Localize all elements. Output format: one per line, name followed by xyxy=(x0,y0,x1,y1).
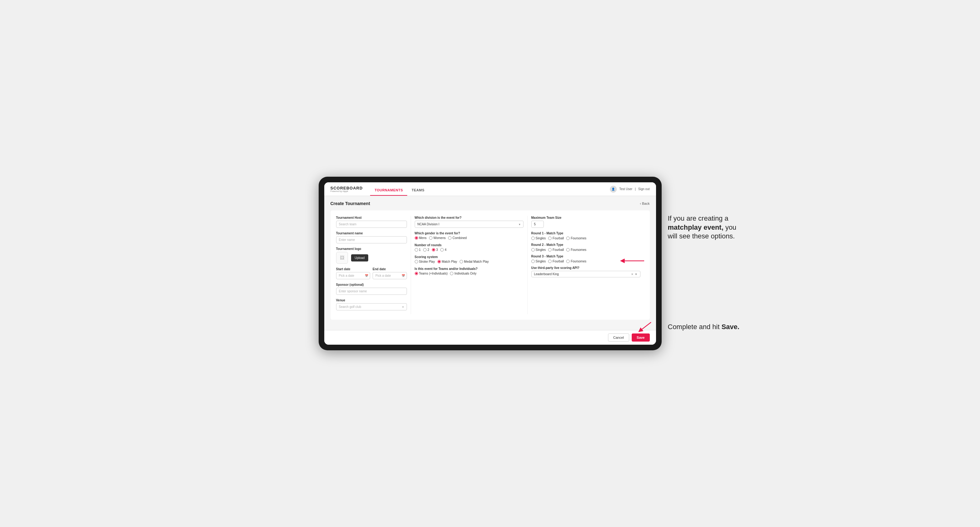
round3-singles-label: Singles xyxy=(536,260,546,263)
round3-foursomes[interactable]: Foursomes xyxy=(566,260,586,263)
max-team-size-label: Maximum Team Size xyxy=(531,216,640,219)
tournament-name-group: Tournament name xyxy=(336,232,407,243)
calendar-icon-start: 📅 xyxy=(365,274,368,277)
round1-match-group: Round 1 - Match Type Singles Fourball xyxy=(531,232,640,240)
round-3[interactable]: 3 xyxy=(432,248,438,251)
round3-foursomes-label: Foursomes xyxy=(571,260,586,263)
scoring-medal-radio[interactable] xyxy=(460,260,463,264)
round1-foursomes-radio[interactable] xyxy=(566,237,570,240)
venue-wrapper: ▼ xyxy=(336,303,407,310)
round3-singles-radio[interactable] xyxy=(531,260,535,263)
round2-singles-radio[interactable] xyxy=(531,248,535,251)
api-select-wrapper[interactable]: Leaderboard King ✕ ▼ xyxy=(531,271,640,277)
scoring-match[interactable]: Match Play xyxy=(438,260,457,264)
logo-upload-area: 🖼 Upload xyxy=(336,252,407,264)
gender-womens-radio[interactable] xyxy=(429,236,433,240)
round3-fourball-radio[interactable] xyxy=(548,260,552,263)
round-4-radio[interactable] xyxy=(440,248,444,251)
gender-mens-label: Mens xyxy=(419,236,426,240)
round1-fourball-label: Fourball xyxy=(552,237,564,240)
max-team-size-group: Maximum Team Size xyxy=(531,216,640,228)
teams-group: Is this event for Teams and/or Individua… xyxy=(415,267,523,275)
round-3-label: 3 xyxy=(436,248,438,251)
gender-womens[interactable]: Womens xyxy=(429,236,445,240)
save-button[interactable]: Save xyxy=(632,333,650,341)
scoring-medal[interactable]: Medal Match Play xyxy=(460,260,488,264)
round2-fourball[interactable]: Fourball xyxy=(548,248,564,251)
round-3-radio[interactable] xyxy=(432,248,435,251)
avatar: 👤 xyxy=(610,186,617,193)
round2-singles[interactable]: Singles xyxy=(531,248,546,251)
round1-foursomes-label: Foursomes xyxy=(571,237,586,240)
gender-combined-label: Combined xyxy=(452,236,467,240)
gender-mens[interactable]: Mens xyxy=(415,236,426,240)
round1-singles-radio[interactable] xyxy=(531,237,535,240)
rounds-label: Number of rounds xyxy=(415,243,523,247)
round1-match-radio-group: Singles Fourball Foursomes xyxy=(531,237,640,240)
round2-fourball-radio[interactable] xyxy=(548,248,552,251)
back-link[interactable]: Back xyxy=(640,202,649,205)
svg-line-3 xyxy=(640,322,651,331)
scoring-group: Scoring system Stroke Play Match Play xyxy=(415,255,523,264)
teams-both-radio[interactable] xyxy=(415,272,418,275)
gender-combined-radio[interactable] xyxy=(448,236,452,240)
round2-foursomes-radio[interactable] xyxy=(566,248,570,251)
date-row: Start date 📅 End date xyxy=(336,267,407,279)
gender-combined[interactable]: Combined xyxy=(448,236,467,240)
round-1[interactable]: 1 xyxy=(415,248,421,251)
round3-fourball[interactable]: Fourball xyxy=(548,260,564,263)
round-2[interactable]: 2 xyxy=(423,248,430,251)
sponsor-input[interactable] xyxy=(336,288,407,295)
round1-foursomes[interactable]: Foursomes xyxy=(566,237,586,240)
start-date-group: Start date 📅 xyxy=(336,267,371,279)
page-content: Create Tournament Back Tournament Host T… xyxy=(324,196,656,330)
round-4[interactable]: 4 xyxy=(440,248,447,251)
division-select[interactable]: NCAA Division I xyxy=(415,221,523,228)
gender-label: Which gender is the event for? xyxy=(415,232,523,235)
annotation-top-right: If you are creating a matchplay event, y… xyxy=(668,214,743,241)
form-area: Tournament Host Tournament name Tourname… xyxy=(331,210,650,320)
logo-area: SCOREBOARD Powered by clippit xyxy=(331,186,363,192)
api-clear-icon[interactable]: ✕ xyxy=(631,273,633,276)
upload-button[interactable]: Upload xyxy=(351,254,369,262)
tournament-logo-group: Tournament logo 🖼 Upload xyxy=(336,247,407,264)
teams-individuals-radio[interactable] xyxy=(450,272,453,275)
app-header: SCOREBOARD Powered by clippit TOURNAMENT… xyxy=(324,182,656,196)
tournament-host-input[interactable] xyxy=(336,221,407,228)
api-arrow-icon: ▼ xyxy=(635,273,638,276)
tab-teams[interactable]: TEAMS xyxy=(407,185,429,196)
division-select-wrapper: NCAA Division I ▼ xyxy=(415,221,523,228)
gender-group: Which gender is the event for? Mens Wome… xyxy=(415,232,523,240)
round-1-radio[interactable] xyxy=(415,248,418,251)
gender-mens-radio[interactable] xyxy=(415,236,418,240)
form-col-1: Tournament Host Tournament name Tourname… xyxy=(336,216,411,314)
venue-input[interactable] xyxy=(336,303,407,310)
teams-individuals[interactable]: Individuals Only xyxy=(450,272,476,275)
round-1-label: 1 xyxy=(419,248,421,251)
signout-link[interactable]: Sign out xyxy=(638,187,650,191)
round2-match-radio-group: Singles Fourball Foursomes xyxy=(531,248,640,251)
tournament-name-input[interactable] xyxy=(336,236,407,243)
round1-singles[interactable]: Singles xyxy=(531,237,546,240)
round1-fourball[interactable]: Fourball xyxy=(548,237,564,240)
nav-tabs: TOURNAMENTS TEAMS xyxy=(370,182,429,196)
logo-placeholder: 🖼 xyxy=(336,252,348,264)
max-team-size-input[interactable] xyxy=(531,221,544,228)
api-label: Use third-party live scoring API? xyxy=(531,266,640,270)
round-2-radio[interactable] xyxy=(423,248,426,251)
round2-foursomes[interactable]: Foursomes xyxy=(566,248,586,251)
cancel-button[interactable]: Cancel xyxy=(608,333,629,341)
venue-label: Venue xyxy=(336,298,407,302)
round1-fourball-radio[interactable] xyxy=(548,237,552,240)
teams-both[interactable]: Teams (+Individuals) xyxy=(415,272,448,275)
form-col-2: Which division is the event for? NCAA Di… xyxy=(411,216,528,314)
round3-foursomes-radio[interactable] xyxy=(566,260,570,263)
tab-tournaments[interactable]: TOURNAMENTS xyxy=(370,185,407,196)
round3-singles[interactable]: Singles xyxy=(531,260,546,263)
sponsor-group: Sponsor (optional) xyxy=(336,283,407,295)
scoring-radio-group: Stroke Play Match Play Medal Match Play xyxy=(415,260,523,264)
scoring-stroke-radio[interactable] xyxy=(415,260,418,264)
scoring-stroke[interactable]: Stroke Play xyxy=(415,260,435,264)
scoring-match-radio[interactable] xyxy=(438,260,441,264)
page-title-bar: Create Tournament Back xyxy=(331,201,650,206)
